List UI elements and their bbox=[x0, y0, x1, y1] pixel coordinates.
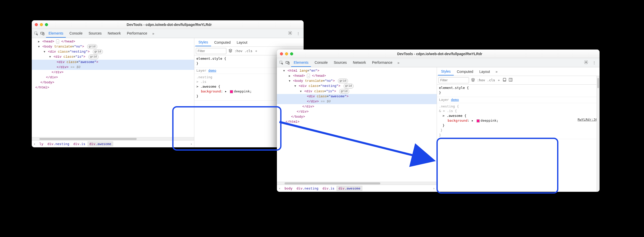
subtab-layout[interactable]: Layout bbox=[234, 39, 250, 46]
tree-row-awesome-open[interactable]: <div class="awesome"> bbox=[277, 94, 437, 99]
tab-performance[interactable]: Performance bbox=[124, 29, 150, 38]
crumb-awesome[interactable]: div.awesome bbox=[336, 186, 362, 191]
crumb-nesting[interactable]: div.nesting bbox=[45, 141, 71, 147]
tab-network[interactable]: Network bbox=[105, 29, 123, 38]
color-swatch-icon[interactable] bbox=[230, 90, 233, 93]
disclosure-right-icon[interactable]: ▶ bbox=[37, 40, 40, 44]
tree-row-is-open[interactable]: ▼ <div class="is"> grid bbox=[32, 54, 194, 59]
close-window-icon[interactable] bbox=[35, 23, 38, 26]
panel-layout-icon[interactable] bbox=[509, 78, 513, 83]
layers-icon[interactable] bbox=[471, 78, 475, 83]
device-toolbar-icon[interactable] bbox=[285, 60, 290, 65]
device-icon[interactable] bbox=[502, 78, 507, 83]
source-link[interactable]: RwYLRdr:36 bbox=[578, 117, 598, 122]
horizontal-scrollbar[interactable] bbox=[32, 137, 194, 140]
grid-badge[interactable]: grid bbox=[88, 54, 99, 59]
crumb-nesting[interactable]: div.nesting bbox=[294, 186, 320, 191]
tree-row-html-open[interactable]: ▼ <html lang="en"> bbox=[277, 68, 437, 73]
tab-network[interactable]: Network bbox=[350, 58, 368, 67]
tree-row-is-close[interactable]: </div> bbox=[277, 104, 437, 109]
subtab-computed[interactable]: Computed bbox=[454, 68, 476, 75]
tree-row-html-close[interactable]: </html> bbox=[277, 119, 437, 124]
layers-icon[interactable] bbox=[228, 49, 232, 53]
tree-row-head[interactable]: ▶ <head> … </head> bbox=[32, 39, 194, 44]
layer-link[interactable]: demo bbox=[451, 98, 459, 102]
tree-row-html-close[interactable]: </html> bbox=[32, 85, 194, 90]
disclosure-down-icon[interactable]: ▼ bbox=[299, 89, 302, 94]
tree-row-body-close[interactable]: </body> bbox=[277, 114, 437, 119]
tree-row-is-close[interactable]: </div> bbox=[32, 70, 194, 75]
grid-badge[interactable]: grid bbox=[87, 44, 97, 49]
tab-elements[interactable]: Elements bbox=[291, 58, 311, 67]
tree-row-nesting-close[interactable]: </div> bbox=[32, 75, 194, 80]
breadcrumb-prev-icon[interactable]: ‹ bbox=[277, 186, 282, 190]
settings-icon[interactable] bbox=[582, 60, 590, 65]
inspect-element-icon[interactable] bbox=[279, 60, 284, 65]
horizontal-scrollbar[interactable] bbox=[277, 182, 437, 185]
crumb-body[interactable]: body bbox=[282, 186, 294, 191]
tab-sources[interactable]: Sources bbox=[331, 58, 349, 67]
tree-row-nesting-open[interactable]: ▼ <div class="nesting"> grid bbox=[277, 84, 437, 89]
tree-row-head[interactable]: ▶ <head> … </head> bbox=[277, 73, 437, 78]
new-rule-icon[interactable]: ＋ bbox=[497, 78, 500, 83]
tab-console[interactable]: Console bbox=[67, 29, 85, 38]
device-toolbar-icon[interactable] bbox=[40, 31, 45, 36]
tree-row-body-open[interactable]: ▼ <body translate="no"> grid bbox=[32, 44, 194, 49]
cls-toggle[interactable]: .cls bbox=[487, 78, 495, 82]
tab-console[interactable]: Console bbox=[312, 58, 330, 67]
grid-badge[interactable]: grid bbox=[339, 89, 349, 94]
grid-badge[interactable]: grid bbox=[93, 49, 103, 54]
crumb-is[interactable]: div.is bbox=[71, 141, 87, 147]
styles-rules[interactable]: element.style { } Layer demo RwYLRdr:36 … bbox=[437, 85, 600, 192]
breadcrumb-next-icon[interactable]: › bbox=[431, 186, 437, 190]
tree-row-body-close[interactable]: </body> bbox=[32, 80, 194, 85]
vertical-scrollbar[interactable] bbox=[596, 76, 600, 192]
hov-toggle[interactable]: :hov bbox=[477, 78, 485, 82]
grid-badge[interactable]: grid bbox=[338, 78, 348, 83]
crumb-is[interactable]: div.is bbox=[320, 186, 336, 191]
cls-toggle[interactable]: .cls bbox=[244, 49, 252, 53]
css-rule-nested[interactable]: RwYLRdr:36 .nesting { & > .is { > .aweso… bbox=[437, 103, 600, 139]
disclosure-down-icon[interactable]: ▼ bbox=[37, 45, 40, 49]
subtab-computed[interactable]: Computed bbox=[211, 39, 234, 46]
close-window-icon[interactable] bbox=[280, 52, 283, 55]
subtab-styles[interactable]: Styles bbox=[195, 38, 211, 46]
disclosure-down-icon[interactable]: ▼ bbox=[294, 84, 297, 88]
tree-row-awesome-open[interactable]: <div class="awesome"> bbox=[32, 60, 194, 65]
crumb-awesome[interactable]: div.awesome bbox=[87, 141, 113, 147]
tree-row-body-open[interactable]: ▼ <body translate="no"> grid bbox=[277, 78, 437, 84]
grid-badge[interactable]: grid bbox=[343, 84, 354, 88]
tree-row-nesting-open[interactable]: ▼ <div class="nesting"> grid bbox=[32, 49, 194, 54]
tree-row-awesome-close[interactable]: </div> == $0 bbox=[277, 99, 437, 104]
disclosure-down-icon[interactable]: ▼ bbox=[43, 50, 46, 54]
styles-filter-input[interactable] bbox=[196, 48, 226, 54]
ellipsis-icon[interactable]: … bbox=[307, 74, 310, 78]
dom-tree[interactable]: ▼ <html lang="en"> ▶ <head> … </head> ▼ … bbox=[277, 67, 437, 182]
disclosure-down-icon[interactable]: ▼ bbox=[282, 69, 286, 73]
disclosure-down-icon[interactable]: ▼ bbox=[288, 79, 291, 83]
tab-performance[interactable]: Performance bbox=[369, 58, 395, 67]
new-rule-icon[interactable]: ＋ bbox=[255, 49, 258, 53]
tree-row-nesting-close[interactable]: </div> bbox=[277, 109, 437, 114]
layer-link[interactable]: demo bbox=[208, 69, 216, 72]
kebab-menu-icon[interactable]: ⋮ bbox=[591, 61, 598, 65]
subtab-layout[interactable]: Layout bbox=[476, 68, 493, 75]
breadcrumb-next-icon[interactable]: › bbox=[189, 142, 194, 146]
element-style-rule[interactable]: element.style { } bbox=[437, 85, 600, 97]
tree-row-is-open[interactable]: ▼ <div class="is"> grid bbox=[277, 89, 437, 94]
disclosure-right-icon[interactable]: ▶ bbox=[288, 74, 291, 78]
more-tabs-icon[interactable]: » bbox=[151, 31, 156, 36]
crumb-body[interactable]: ly bbox=[37, 141, 45, 147]
tree-row-awesome-close[interactable]: </div> == $0 bbox=[32, 65, 194, 70]
disclosure-down-icon[interactable]: ▼ bbox=[49, 55, 52, 59]
settings-icon[interactable] bbox=[286, 31, 294, 36]
tab-sources[interactable]: Sources bbox=[86, 29, 104, 38]
dom-tree[interactable]: ▶ <head> … </head> ▼ <body translate="no… bbox=[32, 38, 194, 137]
inspect-element-icon[interactable] bbox=[34, 31, 39, 36]
tab-elements[interactable]: Elements bbox=[46, 29, 66, 38]
color-swatch-icon[interactable] bbox=[477, 119, 480, 122]
styles-filter-input[interactable] bbox=[438, 77, 469, 83]
hov-toggle[interactable]: :hov bbox=[234, 49, 242, 53]
breadcrumb-prev-icon[interactable]: ‹ bbox=[32, 142, 37, 146]
kebab-menu-icon[interactable]: ⋮ bbox=[295, 31, 302, 36]
